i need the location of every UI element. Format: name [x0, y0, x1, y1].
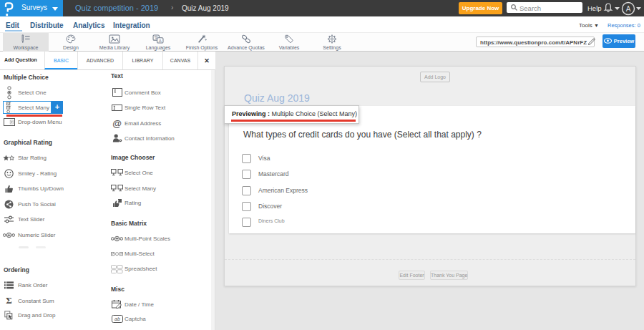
svg-text:A: A — [626, 5, 631, 13]
svg-text:A: A — [159, 39, 162, 43]
svg-text:ab: ab — [114, 316, 120, 321]
